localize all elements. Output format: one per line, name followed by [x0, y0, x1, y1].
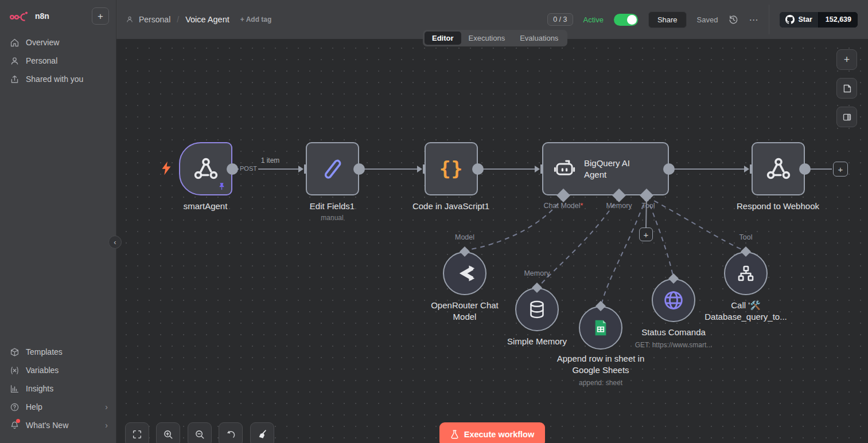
- node-bigquery-ai-agent[interactable]: BigQuery AI Agent: [542, 142, 669, 195]
- github-star-widget[interactable]: Star 152,639: [780, 12, 858, 28]
- required-marker: *: [581, 202, 583, 210]
- arrowhead: [417, 166, 422, 173]
- subnode-label-call-database: Call '🛠️ Database_query_to...: [694, 300, 797, 323]
- evaluation-progress-badge: 0 / 3: [547, 13, 573, 26]
- home-icon: [10, 38, 20, 48]
- sidebar-nav-bottom: Templates Variables Insights Help › What…: [0, 343, 116, 434]
- zoom-in-icon: [163, 429, 173, 440]
- tidy-up-button[interactable]: [250, 422, 274, 443]
- sidebar-item-templates[interactable]: Templates: [0, 343, 116, 361]
- node-label-respond: Respond to Webhook: [726, 201, 830, 212]
- flask-icon: [450, 430, 459, 439]
- more-menu-button[interactable]: ⋯: [749, 14, 758, 25]
- arrowhead: [744, 166, 749, 173]
- variables-icon: [10, 366, 20, 375]
- breadcrumb: Personal / Voice Agent + Add tag: [126, 15, 271, 24]
- node-smartagent[interactable]: [179, 142, 232, 195]
- zoom-out-icon: [194, 429, 205, 440]
- sidebar-nav-top: Overview Personal Shared with you: [0, 33, 116, 88]
- database-icon: [527, 299, 547, 320]
- sidebar-item-shared-with-you[interactable]: Shared with you: [0, 70, 116, 88]
- topbar-divider: [769, 5, 769, 34]
- execute-workflow-label: Execute workflow: [464, 430, 534, 439]
- workflow-canvas[interactable]: {} BigQuery AI Agent: [116, 39, 868, 443]
- zoom-in-button[interactable]: [156, 422, 180, 443]
- subnode-google-sheets[interactable]: [579, 306, 622, 350]
- webhook-icon: [765, 156, 792, 182]
- sidebar-item-overview[interactable]: Overview: [0, 33, 116, 52]
- node-respond-to-webhook[interactable]: [752, 142, 805, 195]
- fit-view-button[interactable]: [125, 422, 149, 443]
- sidebar-item-label: Templates: [26, 347, 63, 356]
- node-edit-fields[interactable]: [306, 142, 359, 195]
- sidebar-item-variables[interactable]: Variables: [0, 361, 116, 379]
- logo-row: n8n +: [0, 0, 116, 32]
- pin-icon: [217, 182, 226, 191]
- breadcrumb-separator: /: [177, 15, 179, 24]
- node-code[interactable]: {}: [425, 142, 478, 195]
- sidebar-item-personal[interactable]: Personal: [0, 52, 116, 70]
- sidebar-item-label: Overview: [26, 38, 59, 47]
- agent-port-label-tool: Tool: [631, 202, 665, 210]
- sticky-note-icon: [842, 84, 852, 93]
- active-label: Active: [583, 15, 604, 24]
- user-icon: [10, 56, 20, 66]
- webhook-method-label: POST: [239, 165, 258, 172]
- n8n-workflow-editor: { "sidebar": { "logo_text": "n8n", "new_…: [0, 0, 868, 443]
- broom-icon: [257, 429, 267, 440]
- tab-editor[interactable]: Editor: [425, 32, 461, 45]
- topbar-actions: 0 / 3 Active Share Saved ⋯ Star 152,639: [547, 5, 858, 34]
- github-star-label: Star: [798, 15, 812, 23]
- package-icon: [10, 347, 20, 357]
- sidebar-item-help[interactable]: Help ›: [0, 398, 116, 416]
- workflow-title[interactable]: Voice Agent: [185, 15, 229, 24]
- undo-button[interactable]: [219, 422, 243, 443]
- subnode-simple-memory[interactable]: [515, 288, 559, 331]
- subnode-label-simple-memory: Simple Memory: [491, 336, 583, 347]
- add-sticky-note-button[interactable]: [836, 78, 857, 99]
- share-button[interactable]: Share: [648, 11, 687, 28]
- execute-workflow-button[interactable]: Execute workflow: [439, 422, 545, 443]
- node-label-smartagent: smartAgent: [159, 201, 251, 212]
- pen-icon: [320, 156, 345, 182]
- sitemap-icon: [736, 264, 756, 283]
- layout-panel-icon: [842, 112, 852, 122]
- github-icon: [785, 15, 795, 24]
- add-tool-button[interactable]: +: [639, 228, 653, 241]
- tab-evaluations[interactable]: Evaluations: [512, 32, 566, 45]
- add-node-after-respond-button[interactable]: +: [833, 162, 848, 177]
- node-label-code: Code in JavaScript1: [399, 201, 503, 212]
- robot-icon: [552, 157, 577, 181]
- subnode-label-openrouter: OpenRouter Chat Model: [422, 300, 508, 323]
- breadcrumb-project[interactable]: Personal: [139, 15, 170, 24]
- trigger-bolt-icon: [161, 161, 172, 175]
- active-toggle[interactable]: [614, 14, 638, 26]
- view-tabs: Editor Executions Evaluations: [423, 30, 567, 46]
- connection-tool-add[interactable]: [646, 195, 647, 228]
- subnode-status-comanda[interactable]: [652, 279, 695, 322]
- sidebar-item-insights[interactable]: Insights: [0, 379, 116, 398]
- subnode-call-database-query[interactable]: [724, 252, 768, 295]
- github-star-button[interactable]: Star: [780, 12, 818, 28]
- sidebar-collapse-button[interactable]: ‹: [108, 236, 122, 249]
- subnode-subtitle-google-sheets: append: sheet: [552, 379, 649, 387]
- subnode-subtitle-status-comanda: GET: https://www.smart...: [622, 341, 725, 349]
- connection-tool-sheets[interactable]: [602, 197, 647, 303]
- subnode-openrouter-chat-model[interactable]: [443, 252, 486, 295]
- subnode-port-label-memory: Memory: [508, 269, 566, 277]
- toggle-panel-button[interactable]: [836, 107, 857, 127]
- add-tag-button[interactable]: + Add tag: [240, 15, 272, 23]
- zoom-out-button[interactable]: [188, 422, 212, 443]
- history-button[interactable]: [728, 14, 738, 25]
- sidebar-item-label: Shared with you: [26, 75, 83, 84]
- port-label-text: Chat Model: [544, 202, 581, 210]
- globe-icon: [662, 289, 685, 312]
- new-workflow-button[interactable]: +: [92, 7, 109, 25]
- add-node-button[interactable]: +: [836, 49, 857, 70]
- help-icon: [10, 402, 20, 412]
- webhook-icon: [193, 156, 219, 182]
- subnode-label-google-sheets: Append row in sheet in Google Sheets: [552, 353, 649, 376]
- tab-executions[interactable]: Executions: [461, 32, 513, 45]
- sidebar-item-whats-new[interactable]: What's New ›: [0, 416, 116, 434]
- openrouter-icon: [454, 263, 475, 284]
